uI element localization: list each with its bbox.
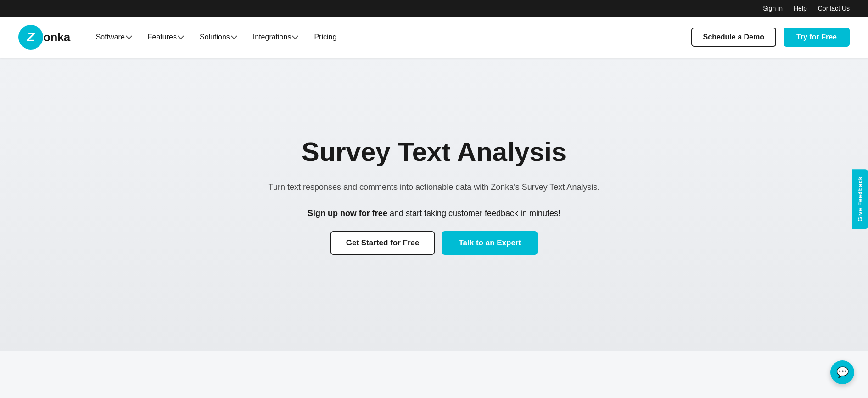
software-chevron-icon	[126, 33, 132, 39]
nav-software-label: Software	[96, 33, 125, 41]
hero-subtitle: Turn text responses and comments into ac…	[269, 181, 600, 194]
chat-bubble[interactable]: 💬	[830, 360, 854, 384]
logo-name: onka	[43, 30, 70, 44]
nav-item-integrations[interactable]: Integrations	[246, 29, 305, 45]
features-chevron-icon	[178, 33, 184, 39]
nav-links: Software Features Solutions Integrations…	[89, 29, 691, 45]
nav-solutions-label: Solutions	[200, 33, 230, 41]
schedule-demo-button[interactable]: Schedule a Demo	[691, 28, 776, 47]
nav-item-software[interactable]: Software	[89, 29, 139, 45]
talk-to-expert-button[interactable]: Talk to an Expert	[442, 231, 538, 255]
feedback-tab[interactable]: Give Feedback	[852, 169, 868, 229]
help-link[interactable]: Help	[794, 5, 807, 12]
hero-cta-rest: and start taking customer feedback in mi…	[387, 209, 560, 218]
nav-item-solutions[interactable]: Solutions	[192, 29, 244, 45]
nav-item-features[interactable]: Features	[140, 29, 190, 45]
nav-integrations-label: Integrations	[253, 33, 291, 41]
hero-content: Survey Text Analysis Turn text responses…	[269, 136, 600, 254]
contact-us-link[interactable]: Contact Us	[818, 5, 850, 12]
hero-cta-text: Sign up now for free and start taking cu…	[269, 209, 600, 218]
hero-section: Survey Text Analysis Turn text responses…	[0, 58, 868, 351]
sign-in-link[interactable]: Sign in	[763, 5, 783, 12]
get-started-button[interactable]: Get Started for Free	[330, 231, 435, 255]
navbar: Z onka Software Features Solutions Integ…	[0, 17, 868, 58]
integrations-chevron-icon	[292, 33, 298, 39]
nav-actions: Schedule a Demo Try for Free	[691, 28, 850, 47]
hero-title: Survey Text Analysis	[269, 136, 600, 168]
logo-letter: Z	[27, 31, 34, 44]
logo[interactable]: Z onka	[18, 25, 70, 50]
nav-features-label: Features	[148, 33, 177, 41]
feedback-tab-container: Give Feedback	[852, 169, 868, 229]
chat-icon: 💬	[836, 366, 849, 378]
hero-cta-bold: Sign up now for free	[308, 209, 387, 218]
logo-circle: Z	[18, 25, 43, 50]
nav-item-pricing[interactable]: Pricing	[307, 29, 344, 45]
try-free-button[interactable]: Try for Free	[784, 28, 850, 47]
solutions-chevron-icon	[231, 33, 237, 39]
top-bar: Sign in Help Contact Us	[0, 0, 868, 17]
hero-buttons: Get Started for Free Talk to an Expert	[269, 231, 600, 255]
nav-pricing-label: Pricing	[314, 33, 336, 41]
